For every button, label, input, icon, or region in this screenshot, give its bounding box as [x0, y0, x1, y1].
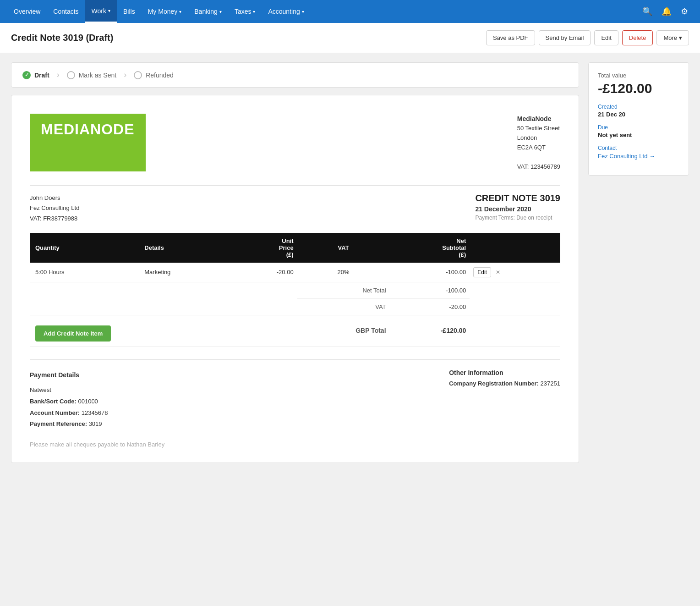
right-panel: Total value -£120.00 Created 21 Dec 20 D… [588, 62, 689, 463]
nav-accounting[interactable]: Accounting ▾ [262, 0, 310, 23]
reference-label: Payment Reference: [30, 420, 87, 427]
bottom-sections: Payment Details Natwest Bank/Sort Code: … [30, 359, 560, 430]
company-header: MEDIANODE MediaNode 50 Textile Street Lo… [30, 114, 560, 171]
summary-total-label: Total value [598, 72, 679, 79]
left-panel: ✓ Draft › Mark as Sent › Refunded MEDIAN… [11, 62, 579, 463]
payment-details: Payment Details Natwest Bank/Sort Code: … [30, 369, 108, 430]
col-unit-price: UnitPrice(£) [238, 233, 297, 263]
client-vat: VAT: FR38779988 [30, 214, 79, 224]
item-edit-button[interactable]: Edit [473, 267, 491, 277]
nav-taxes[interactable]: Taxes ▾ [228, 0, 262, 23]
invoice-document: MEDIANODE MediaNode 50 Textile Street Lo… [11, 95, 579, 463]
nav-overview[interactable]: Overview [7, 0, 47, 23]
table-row: 5:00 Hours Marketing -20.00 20% -100.00 … [30, 263, 560, 282]
company-address-line2: London [517, 133, 560, 143]
other-info: Other Information Company Registration N… [449, 369, 560, 430]
item-details: Marketing [141, 263, 238, 282]
banking-chevron-icon: ▾ [219, 9, 222, 14]
notifications-icon[interactable]: 🔔 [657, 0, 676, 23]
summary-contact-link[interactable]: Fez Consulting Ltd → [598, 153, 655, 160]
search-icon[interactable]: 🔍 [638, 0, 657, 23]
more-button[interactable]: More ▾ [656, 30, 689, 45]
settings-icon[interactable]: ⚙ [676, 0, 693, 23]
sort-code-value: 001000 [78, 398, 98, 405]
item-actions: Edit ✕ [470, 263, 560, 282]
payment-heading: Payment Details [30, 369, 108, 381]
item-delete-button[interactable]: ✕ [493, 268, 503, 277]
nav-contacts[interactable]: Contacts [47, 0, 85, 23]
add-credit-note-item-button[interactable]: Add Credit Note Item [35, 325, 111, 342]
company-vat: VAT: 123456789 [517, 162, 560, 172]
status-refunded[interactable]: Refunded [134, 71, 174, 79]
header-actions: Save as PDF Send by Email Edit Delete Mo… [486, 30, 689, 45]
mymoney-chevron-icon: ▾ [179, 9, 181, 14]
navbar: Overview Contacts Work ▾ Bills My Money … [0, 0, 700, 23]
status-draft[interactable]: ✓ Draft [22, 71, 49, 79]
mark-sent-inactive-icon [67, 71, 75, 79]
company-reg-value: 237251 [541, 380, 560, 387]
net-total-value: -100.00 [390, 282, 470, 298]
payment-sort-code: Bank/Sort Code: 001000 [30, 396, 108, 408]
summary-contact-label: Contact [598, 145, 679, 151]
payment-reference: Payment Reference: 3019 [30, 419, 108, 430]
invoice-title-section: CREDIT NOTE 3019 21 December 2020 Paymen… [475, 193, 560, 223]
send-email-button[interactable]: Send by Email [539, 30, 591, 45]
item-net-subtotal: -100.00 [390, 263, 470, 282]
company-address-line1: 50 Textile Street [517, 124, 560, 133]
summary-created-label: Created [598, 104, 679, 110]
col-actions-header [470, 233, 560, 263]
item-quantity: 5:00 Hours [30, 263, 141, 282]
summary-card: Total value -£120.00 Created 21 Dec 20 D… [588, 62, 689, 176]
summary-total-value: -£120.00 [598, 81, 679, 96]
summary-due-value: Not yet sent [598, 132, 679, 138]
gbp-total-row: Add Credit Note Item GBP Total -£120.00 [30, 315, 560, 346]
gbp-total-label: GBP Total [297, 315, 390, 346]
status-arrow-2: › [124, 70, 126, 80]
summary-created-section: Created 21 Dec 20 [598, 104, 679, 118]
status-mark-sent[interactable]: Mark as Sent [67, 71, 116, 79]
items-table: Quantity Details UnitPrice(£) VAT NetSub… [30, 233, 560, 347]
nav-banking[interactable]: Banking ▾ [188, 0, 228, 23]
item-vat: 20% [297, 263, 390, 282]
client-company: Fez Consulting Ltd [30, 203, 79, 213]
client-section: John Doers Fez Consulting Ltd VAT: FR387… [30, 185, 560, 223]
payment-account: Account Number: 12345678 [30, 408, 108, 419]
col-net-subtotal: NetSubtotal(£) [390, 233, 470, 263]
col-vat: VAT [297, 233, 390, 263]
client-name: John Doers [30, 193, 79, 203]
nav-bills[interactable]: Bills [117, 0, 142, 23]
page-header: Credit Note 3019 (Draft) Save as PDF Sen… [0, 23, 700, 53]
delete-button[interactable]: Delete [622, 30, 653, 45]
nav-work[interactable]: Work ▾ [85, 0, 117, 23]
work-chevron-icon: ▾ [108, 8, 110, 13]
company-address: MediaNode 50 Textile Street London EC2A … [517, 114, 560, 171]
other-info-heading: Other Information [449, 369, 560, 376]
gbp-total-value: -£120.00 [390, 315, 470, 346]
refunded-inactive-icon [134, 71, 142, 79]
company-reg-label: Company Registration Number: [449, 380, 539, 387]
main-content: ✓ Draft › Mark as Sent › Refunded MEDIAN… [0, 53, 700, 472]
client-info: John Doers Fez Consulting Ltd VAT: FR387… [30, 193, 79, 223]
save-pdf-button[interactable]: Save as PDF [486, 30, 535, 45]
sort-code-label: Bank/Sort Code: [30, 398, 77, 405]
invoice-date: 21 December 2020 [475, 205, 560, 213]
status-bar: ✓ Draft › Mark as Sent › Refunded [11, 62, 579, 88]
invoice-terms: Payment Terms: Due on receipt [475, 215, 560, 221]
accounting-chevron-icon: ▾ [302, 9, 304, 14]
nav-mymoney[interactable]: My Money ▾ [142, 0, 188, 23]
account-value: 12345678 [82, 409, 108, 416]
summary-created-value: 21 Dec 20 [598, 111, 679, 118]
summary-due-label: Due [598, 124, 679, 131]
vat-row: VAT -20.00 [30, 298, 560, 315]
invoice-title: CREDIT NOTE 3019 [475, 193, 560, 204]
edit-button[interactable]: Edit [594, 30, 618, 45]
company-name: MediaNode [517, 114, 560, 124]
payment-bank-name: Natwest [30, 385, 108, 396]
draft-active-icon: ✓ [22, 71, 31, 79]
vat-label: VAT [297, 298, 390, 315]
col-quantity: Quantity [30, 233, 141, 263]
page-title: Credit Note 3019 (Draft) [11, 33, 113, 43]
status-arrow-1: › [57, 70, 60, 80]
company-address-line3: EC2A 6QT [517, 143, 560, 153]
summary-contact-section: Contact Fez Consulting Ltd → [598, 145, 679, 160]
